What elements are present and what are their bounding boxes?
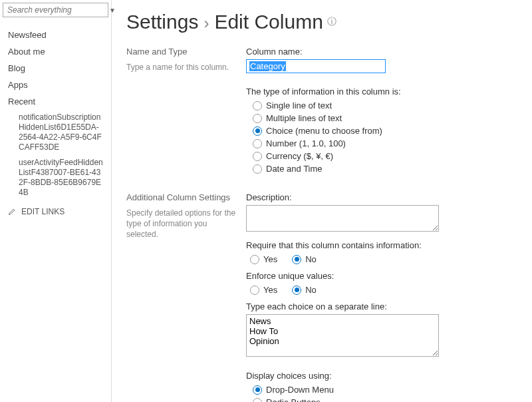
unique-yes-label: Yes — [263, 285, 277, 295]
nav-apps[interactable]: Apps — [0, 77, 111, 93]
require-no-label: No — [305, 254, 317, 264]
unique-no-label: No — [305, 285, 317, 295]
radio-icon — [253, 101, 262, 110]
column-type-options: Single line of textMultiple lines of tex… — [253, 99, 517, 175]
radio-option[interactable]: Drop-Down Menu — [253, 383, 517, 396]
display-options: Drop-Down MenuRadio ButtonsCheckboxes (a… — [253, 383, 517, 402]
radio-label: Radio Buttons — [266, 397, 321, 402]
section-heading-additional: Additional Column Settings — [126, 192, 237, 202]
radio-icon — [253, 164, 262, 174]
radio-option[interactable]: Single line of text — [253, 99, 517, 112]
radio-option[interactable]: Radio Buttons — [253, 396, 517, 402]
edit-links-button[interactable]: EDIT LINKS — [0, 200, 111, 223]
column-name-input[interactable]: Category — [246, 59, 386, 73]
require-label: Require that this column contains inform… — [246, 240, 517, 250]
radio-icon — [253, 385, 262, 395]
radio-icon — [253, 139, 262, 148]
nav-about-me[interactable]: About me — [0, 43, 111, 60]
radio-label: Date and Time — [266, 164, 323, 174]
unique-no-radio[interactable]: No — [292, 284, 317, 296]
info-icon[interactable]: ⓘ — [327, 16, 336, 28]
unique-yes-radio[interactable]: Yes — [250, 284, 277, 296]
display-label: Display choices using: — [246, 371, 517, 381]
page-title: Settings › Edit Column ⓘ — [126, 11, 517, 33]
breadcrumb-page: Edit Column — [214, 11, 323, 33]
radio-icon — [253, 398, 262, 403]
nav-recent-item[interactable]: userActivityFeedHiddenListF4387007-BE61-… — [0, 155, 111, 200]
description-label: Description: — [246, 192, 517, 202]
radio-label: Multiple lines of text — [266, 113, 342, 123]
radio-option[interactable]: Number (1, 1.0, 100) — [253, 137, 517, 150]
nav-recent-item[interactable]: notificationSubscriptionHiddenList6D1E55… — [0, 110, 111, 155]
search-box[interactable]: ▼ — [3, 3, 108, 17]
radio-icon — [253, 152, 262, 161]
radio-option[interactable]: Date and Time — [253, 162, 517, 175]
choices-textarea[interactable] — [246, 314, 439, 357]
nav-blog[interactable]: Blog — [0, 60, 111, 77]
require-yes-radio[interactable]: Yes — [250, 253, 277, 266]
radio-label: Number (1, 1.0, 100) — [266, 138, 346, 148]
section-desc-name-type: Type a name for this column. — [126, 62, 237, 73]
nav-recent[interactable]: Recent — [0, 93, 111, 110]
require-yes-label: Yes — [263, 254, 277, 264]
radio-option[interactable]: Currency ($, ¥, €) — [253, 150, 517, 162]
radio-label: Currency ($, ¥, €) — [266, 151, 333, 161]
radio-label: Choice (menu to choose from) — [266, 126, 382, 136]
description-textarea[interactable] — [246, 205, 439, 232]
edit-links-label: EDIT LINKS — [21, 207, 65, 216]
section-desc-additional: Specify detailed options for the type of… — [126, 208, 237, 240]
column-name-value: Category — [249, 61, 286, 71]
column-name-label: Column name: — [246, 47, 517, 57]
nav-newsfeed[interactable]: Newsfeed — [0, 27, 111, 43]
radio-label: Single line of text — [266, 100, 332, 110]
search-input[interactable] — [6, 5, 109, 15]
nav: Newsfeed About me Blog Apps Recent notif… — [0, 27, 111, 200]
choices-label: Type each choice on a separate line: — [246, 302, 517, 311]
radio-option[interactable]: Choice (menu to choose from) — [253, 124, 517, 137]
breadcrumb-separator: › — [202, 14, 210, 33]
radio-icon — [253, 114, 262, 123]
require-no-radio[interactable]: No — [292, 253, 317, 266]
radio-icon — [253, 126, 262, 136]
radio-label: Drop-Down Menu — [266, 385, 334, 395]
breadcrumb-settings[interactable]: Settings — [126, 11, 198, 33]
sidebar: ▼ Newsfeed About me Blog Apps Recent not… — [0, 0, 112, 402]
pencil-icon — [8, 208, 16, 216]
main-content: Settings › Edit Column ⓘ Name and Type T… — [112, 0, 532, 402]
unique-label: Enforce unique values: — [246, 271, 517, 281]
column-type-label: The type of information in this column i… — [246, 87, 517, 97]
radio-option[interactable]: Multiple lines of text — [253, 112, 517, 124]
section-heading-name-type: Name and Type — [126, 47, 237, 57]
